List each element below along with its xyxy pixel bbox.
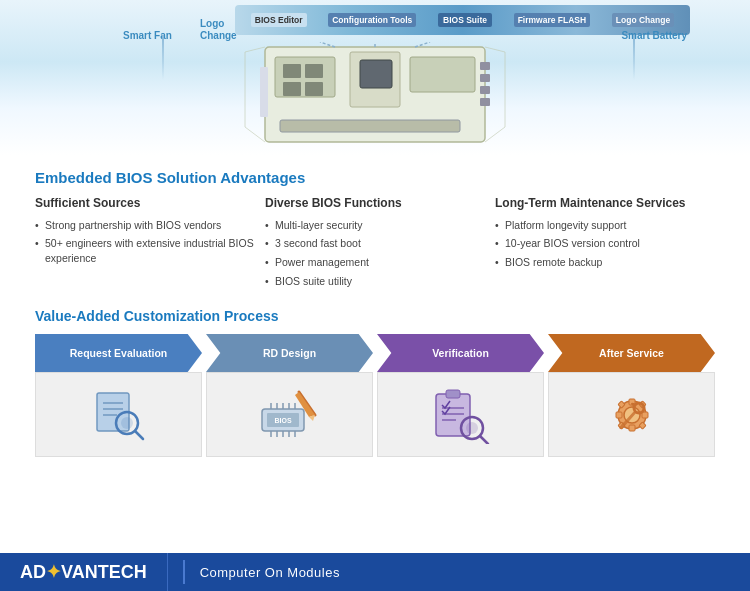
- step-after-service: After Service: [548, 334, 715, 457]
- svg-rect-12: [305, 82, 323, 96]
- smart-fan-label: Smart Fan: [118, 28, 177, 43]
- svg-rect-5: [480, 74, 490, 82]
- svg-rect-8: [280, 120, 460, 132]
- longterm-header: Long-Term Maintenance Services: [495, 196, 715, 212]
- advantages-grid: Sufficient Sources Strong partnership wi…: [35, 196, 715, 292]
- footer: AD✦VANTECH Computer On Modules: [0, 553, 750, 591]
- bios-suite-chip: BIOS Suite: [438, 13, 492, 27]
- diverse-item-2: 3 second fast boot: [265, 236, 485, 251]
- svg-text:BIOS: BIOS: [274, 417, 291, 424]
- step1-header: Request Evaluation: [35, 334, 202, 372]
- sufficient-sources-col: Sufficient Sources Strong partnership wi…: [35, 196, 255, 292]
- connector-right: [633, 35, 635, 80]
- diverse-item-3: Power management: [265, 255, 485, 270]
- step4-body: [548, 372, 715, 457]
- svg-rect-4: [480, 62, 490, 70]
- diagram-section: Smart Fan LogoChange BIOS Editor Configu…: [0, 0, 750, 155]
- step2-body: BIOS: [206, 372, 373, 457]
- longterm-item-2: 10-year BIOS version control: [495, 236, 715, 251]
- step1-body: [35, 372, 202, 457]
- step3-label: Verification: [422, 347, 499, 359]
- logo-change-right-chip: Logo Change: [612, 13, 674, 27]
- svg-rect-7: [480, 98, 490, 106]
- longterm-col: Long-Term Maintenance Services Platform …: [495, 196, 715, 292]
- advantages-title: Embedded BIOS Solution Advantages: [35, 169, 715, 186]
- connector-left: [162, 35, 164, 80]
- step4-header: After Service: [548, 334, 715, 372]
- process-title: Value-Added Customization Process: [35, 308, 715, 324]
- svg-rect-11: [283, 82, 301, 96]
- after-service-icon: [603, 386, 661, 444]
- motherboard-illustration: [205, 42, 545, 152]
- svg-rect-45: [446, 390, 460, 398]
- svg-rect-44: [436, 394, 470, 436]
- config-tools-chip: Configuration Tools: [328, 13, 416, 27]
- svg-rect-10: [305, 64, 323, 78]
- footer-logo-section: AD✦VANTECH: [0, 553, 168, 591]
- bios-editor-chip: BIOS Editor: [251, 13, 307, 27]
- diverse-bios-col: Diverse BIOS Functions Multi-layer secur…: [265, 196, 485, 292]
- longterm-item-3: BIOS remote backup: [495, 255, 715, 270]
- svg-rect-14: [260, 67, 268, 117]
- svg-rect-56: [629, 425, 635, 431]
- step1-label: Request Evaluation: [65, 347, 172, 359]
- brand-ad: AD: [20, 562, 46, 583]
- svg-rect-6: [480, 86, 490, 94]
- svg-rect-9: [283, 64, 301, 78]
- step2-header: RD Design: [206, 334, 373, 372]
- svg-line-50: [480, 436, 488, 444]
- advantech-logo: AD✦VANTECH: [20, 561, 147, 583]
- diagram-labels: Smart Fan LogoChange BIOS Editor Configu…: [0, 0, 750, 155]
- sufficient-item-2: 50+ engineers with extensive industrial …: [35, 236, 255, 265]
- longterm-list: Platform longevity support 10-year BIOS …: [495, 218, 715, 270]
- process-steps: Request Evaluation: [35, 334, 715, 457]
- longterm-item-1: Platform longevity support: [495, 218, 715, 233]
- step-request-evaluation: Request Evaluation: [35, 334, 202, 457]
- step-rd-design: RD Design BIOS: [206, 334, 373, 457]
- sufficient-sources-header: Sufficient Sources: [35, 196, 255, 212]
- step3-header: Verification: [377, 334, 544, 372]
- step4-label: After Service: [589, 347, 674, 359]
- footer-divider: [183, 560, 185, 584]
- svg-rect-57: [616, 412, 622, 418]
- main-content: Embedded BIOS Solution Advantages Suffic…: [0, 155, 750, 467]
- brand-van: ✦: [46, 561, 61, 583]
- step2-label: RD Design: [253, 347, 326, 359]
- smart-battery-label: Smart Battery: [616, 28, 692, 43]
- svg-rect-13: [360, 60, 392, 88]
- footer-tagline: Computer On Modules: [200, 565, 340, 580]
- sufficient-item-1: Strong partnership with BIOS vendors: [35, 218, 255, 233]
- sufficient-sources-list: Strong partnership with BIOS vendors 50+…: [35, 218, 255, 266]
- brand-vantech: VANTECH: [61, 562, 147, 583]
- request-eval-icon: [89, 385, 149, 445]
- diverse-item-1: Multi-layer security: [265, 218, 485, 233]
- rd-design-icon: BIOS: [257, 387, 322, 442]
- svg-point-51: [466, 422, 478, 434]
- step3-body: [377, 372, 544, 457]
- diverse-item-4: BIOS suite utility: [265, 274, 485, 289]
- svg-rect-3: [410, 57, 475, 92]
- svg-line-24: [135, 431, 143, 439]
- diverse-bios-list: Multi-layer security 3 second fast boot …: [265, 218, 485, 289]
- firmware-flash-chip: Firmware FLASH: [514, 13, 591, 27]
- svg-point-25: [121, 417, 133, 429]
- step-verification: Verification: [377, 334, 544, 457]
- verification-icon: [430, 386, 492, 444]
- diverse-bios-header: Diverse BIOS Functions: [265, 196, 485, 212]
